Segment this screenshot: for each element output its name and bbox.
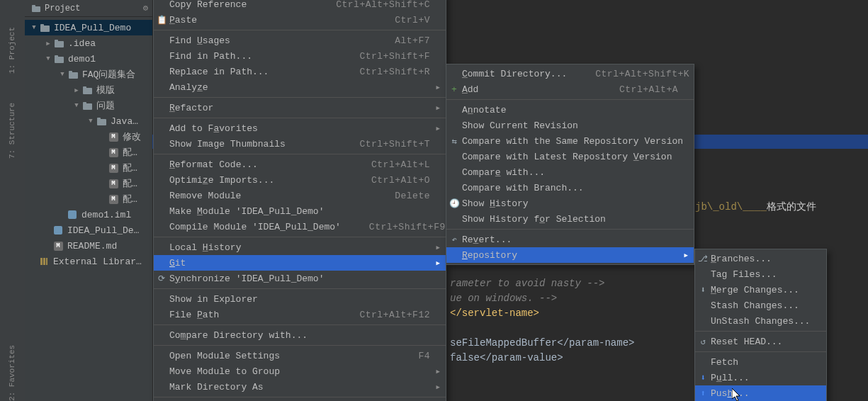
menu-item-file-path[interactable]: File PathCtrl+Alt+F12 [154, 307, 446, 322]
svg-rect-8 [69, 72, 78, 79]
separator [154, 345, 446, 346]
code-line: ue on windows. --> [450, 293, 557, 304]
svg-rect-18 [40, 258, 43, 265]
menu-item-mark-directory[interactable]: Mark Directory As▶ [154, 379, 446, 395]
svg-rect-4 [55, 41, 64, 47]
svg-rect-10 [83, 88, 92, 94]
menu-item-compare-same[interactable]: ⇆Compare with the Same Repository Versio… [446, 133, 694, 149]
tree-item[interactable]: demo1.iml [25, 207, 152, 222]
menu-item-find-usages[interactable]: Find UsagesAlt+F7 [154, 33, 446, 48]
menu-item-show-explorer[interactable]: Show in Explorer [154, 291, 446, 307]
menu-item-show-history-selection[interactable]: Show History for Selection [446, 211, 694, 227]
menu-item-compile-module[interactable]: Compile Module 'IDEA_Pull_Demo'Ctrl+Shif… [154, 219, 446, 235]
menu-item-optimize-imports[interactable]: Optimize Imports...Ctrl+Alt+O [154, 172, 446, 188]
sidebar-tab-structure[interactable]: 7: Structure [3, 98, 21, 159]
svg-rect-13 [83, 102, 86, 104]
menu-item-pull[interactable]: ⬇Pull... [695, 370, 826, 385]
separator [154, 237, 446, 237]
menu-item-repository[interactable]: Repository▶ [446, 247, 694, 263]
menu-item-compare-branch[interactable]: Compare with Branch... [446, 180, 694, 196]
menu-item-fetch[interactable]: Fetch [695, 354, 826, 370]
pull-icon: ⬇ [698, 373, 708, 383]
tree-item[interactable]: M配… [25, 176, 152, 191]
svg-rect-3 [40, 24, 44, 26]
menu-item-push[interactable]: ⬆Push... [695, 385, 826, 401]
project-tree[interactable]: ▼IDEA_Pull_Demo ▶.idea ▼demo1 ▼FAQ问题集合 ▶… [25, 17, 152, 269]
separator [695, 331, 826, 332]
menu-item-commit-dir[interactable]: Commit Directory...Ctrl+Alt+Shift+K [446, 66, 694, 81]
sidebar-tab-favorites[interactable]: 2: Favorites [3, 340, 21, 401]
menu-item-stash[interactable]: Stash Changes... [695, 298, 826, 313]
menu-item-revert[interactable]: ↶Revert... [446, 232, 694, 247]
tree-root[interactable]: ▼IDEA_Pull_Demo [25, 20, 152, 35]
separator [154, 288, 446, 289]
tree-item[interactable]: MREADME.md [25, 238, 152, 254]
tree-item[interactable]: M配… [25, 191, 152, 207]
compare-icon: ⇆ [449, 136, 459, 146]
menu-item-compare-dir[interactable]: Compare Directory with... [154, 327, 446, 343]
menu-item-find-in-path[interactable]: Find in Path...Ctrl+Shift+F [154, 48, 446, 64]
menu-item-module-settings[interactable]: Open Module SettingsF4 [154, 348, 446, 363]
branch-icon: ⎇ [698, 254, 708, 264]
svg-rect-12 [83, 103, 92, 110]
menu-item-synchronize[interactable]: ⟳Synchronize 'IDEA_Pull_Demo' [154, 271, 446, 286]
menu-item-local-history[interactable]: Local History▶ [154, 239, 446, 255]
svg-rect-2 [40, 26, 50, 32]
tree-item[interactable]: M配… [25, 145, 152, 160]
menu-item-analyze[interactable]: Analyze▶ [154, 79, 446, 95]
tree-item[interactable]: ▼问题 [25, 98, 152, 113]
sync-icon: ⟳ [157, 273, 167, 283]
menu-item-copy-reference[interactable]: Copy ReferenceCtrl+Alt+Shift+C [154, 0, 446, 12]
tree-item[interactable]: IDEA_Pull_De… [25, 222, 152, 238]
panel-title: Project [45, 4, 80, 13]
svg-rect-6 [55, 57, 64, 63]
menu-item-move-module[interactable]: Move Module to Group▶ [154, 363, 446, 379]
gear-icon[interactable]: ⚙ [143, 3, 148, 13]
code-line: seFileMappedBuffer</param-name> [450, 337, 634, 349]
separator [446, 99, 694, 100]
tree-item[interactable]: ▼demo1 [25, 51, 152, 67]
separator [154, 154, 446, 154]
menu-item-branches[interactable]: ⎇Branches... [695, 251, 826, 266]
menu-item-annotate[interactable]: Annotate [446, 102, 694, 118]
menu-item-replace-in-path[interactable]: Replace in Path...Ctrl+Shift+R [154, 64, 446, 79]
sidebar-tab-project[interactable]: 1: Project [3, 17, 21, 74]
menu-item-reformat[interactable]: Reformat Code...Ctrl+Alt+L [154, 157, 446, 172]
menu-item-show-history[interactable]: 🕘Show History [446, 196, 694, 211]
menu-item-tag-files[interactable]: Tag Files... [695, 266, 826, 282]
svg-rect-5 [55, 40, 58, 42]
revert-icon: ↶ [449, 235, 459, 244]
tree-item[interactable]: ▶模版 [25, 82, 152, 98]
separator [154, 97, 446, 98]
menu-item-paste[interactable]: 📋PasteCtrl+V [154, 12, 446, 28]
tree-item-external-libs[interactable]: External Librar… [25, 254, 152, 269]
menu-item-make-module[interactable]: Make Module 'IDEA_Pull_Demo' [154, 203, 446, 219]
tree-item[interactable]: ▼FAQ问题集合 [25, 67, 152, 82]
menu-item-refactor[interactable]: Refactor▶ [154, 100, 446, 115]
tree-item[interactable]: ▼Java… [25, 113, 152, 129]
svg-rect-15 [97, 118, 101, 120]
menu-item-compare-latest[interactable]: Compare with Latest Repository Version [446, 149, 694, 164]
context-menu-repository: ⎇Branches... Tag Files... ⬇Merge Changes… [694, 249, 827, 401]
menu-item-unstash[interactable]: UnStash Changes... [695, 313, 826, 329]
tree-item[interactable]: ▶.idea [25, 35, 152, 51]
separator [154, 118, 446, 118]
left-tool-gutter: 1: Project 7: Structure 2: Favorites [0, 0, 26, 401]
merge-icon: ⬇ [698, 285, 708, 295]
menu-item-add[interactable]: +AddCtrl+Alt+A [446, 81, 694, 97]
tree-item[interactable]: M配… [25, 160, 152, 176]
push-icon: ⬆ [698, 388, 708, 398]
menu-item-show-thumbnails[interactable]: Show Image ThumbnailsCtrl+Shift+T [154, 136, 446, 152]
code-line: rameter to avoid nasty --> [450, 278, 604, 289]
tree-item[interactable]: M修改 [25, 129, 152, 145]
menu-item-show-current-revision[interactable]: Show Current Revision [446, 118, 694, 133]
menu-item-remove-module[interactable]: Remove ModuleDelete [154, 188, 446, 203]
code-fragment: jb\_old\____格式的文件 [695, 200, 816, 213]
menu-item-compare-with[interactable]: Compare with... [446, 164, 694, 180]
svg-rect-11 [83, 86, 86, 89]
menu-item-add-favorites[interactable]: Add to Favorites▶ [154, 120, 446, 136]
menu-item-git[interactable]: Git▶ [154, 255, 446, 271]
menu-item-merge-changes[interactable]: ⬇Merge Changes... [695, 282, 826, 298]
history-icon: 🕘 [449, 198, 459, 208]
menu-item-reset-head[interactable]: ↺Reset HEAD... [695, 334, 826, 349]
